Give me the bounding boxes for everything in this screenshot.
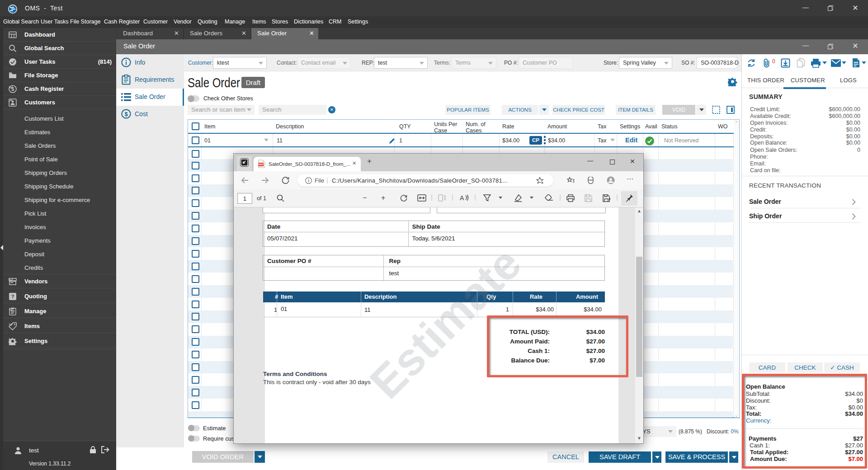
- svg-text:A: A: [460, 194, 464, 202]
- svg-text:PDF: PDF: [258, 163, 264, 166]
- svg-text:$: $: [124, 111, 128, 118]
